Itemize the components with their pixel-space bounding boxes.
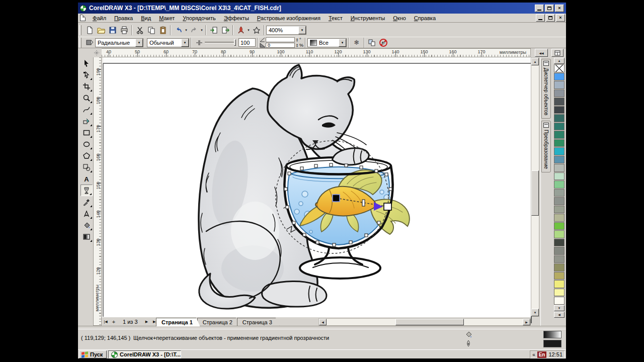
ruler-origin[interactable]	[79, 48, 102, 57]
cut-button[interactable]	[134, 25, 145, 36]
menu-справка[interactable]: Справка	[410, 14, 440, 22]
paste-button[interactable]	[157, 25, 169, 36]
import-button[interactable]	[208, 25, 219, 36]
scroll-right-button[interactable]: ▶	[523, 319, 530, 325]
angle-spinner[interactable]: ▲▼	[296, 38, 298, 42]
color-swatch[interactable]	[554, 222, 565, 230]
first-page-button[interactable]: |◀	[102, 318, 110, 326]
redo-button[interactable]	[188, 25, 200, 36]
transparency-end-handle[interactable]	[384, 203, 391, 210]
menu-вид[interactable]: Вид	[137, 14, 155, 22]
document-restore-button[interactable]	[546, 14, 555, 22]
horizontal-scrollbar[interactable]: ◀ ▶	[318, 318, 531, 326]
color-swatch[interactable]	[554, 280, 565, 288]
menu-растровые-изображения[interactable]: Растровые изображения	[253, 14, 325, 22]
copy-button[interactable]	[145, 25, 157, 36]
undo-button[interactable]	[173, 25, 184, 36]
color-swatch[interactable]	[554, 230, 565, 238]
freeze-transparency-button[interactable]: ❄	[351, 37, 362, 48]
color-swatch[interactable]	[554, 147, 565, 155]
taskbar-task-button[interactable]: CorelDRAW X3 - [D:\T...	[108, 350, 181, 358]
color-swatch[interactable]	[554, 131, 565, 139]
zoom-level-combo[interactable]: 400% ▼	[266, 26, 306, 35]
interactive-transparency-tool-button[interactable]	[80, 185, 93, 196]
text-tool-button[interactable]: A	[80, 173, 93, 185]
redo-dropdown[interactable]: ▼	[200, 29, 204, 32]
print-button[interactable]	[118, 25, 130, 36]
color-swatch[interactable]	[554, 197, 565, 205]
save-button[interactable]	[107, 25, 118, 36]
copy-transparency-button[interactable]	[366, 37, 378, 48]
palette-scroll-up-button[interactable]: ▲	[554, 58, 565, 64]
title-bar[interactable]: CorelDRAW X3 - [D:\TEMP\_MM DISCS\Corel …	[78, 3, 566, 14]
rectangle-tool-button[interactable]	[80, 127, 93, 138]
document-close-button[interactable]: ×	[556, 14, 565, 22]
language-indicator[interactable]: En	[537, 351, 547, 358]
color-swatch[interactable]	[554, 98, 565, 106]
color-swatch[interactable]	[554, 214, 565, 222]
artwork[interactable]	[102, 57, 531, 317]
color-swatch[interactable]	[554, 206, 565, 214]
transparency-midpoint-slider[interactable]	[205, 42, 236, 43]
toolbar-grip[interactable]	[79, 38, 82, 48]
page-tab-страница-1[interactable]: Страница 1	[156, 318, 200, 326]
add-page-button[interactable]: +	[110, 318, 118, 326]
color-swatch[interactable]	[554, 114, 565, 122]
edge-pad-field[interactable]: 0	[266, 43, 295, 48]
menu-файл[interactable]: Файл	[89, 14, 110, 22]
restore-button[interactable]	[545, 5, 554, 12]
color-swatch[interactable]	[554, 189, 565, 197]
slider-thumb[interactable]	[234, 39, 236, 46]
fill-tool-button[interactable]	[80, 219, 93, 231]
vertical-scroll-thumb[interactable]	[531, 170, 539, 216]
transparency-target-combo[interactable]: Все ▼	[307, 38, 347, 47]
color-swatch[interactable]	[554, 255, 565, 263]
ellipse-tool-button[interactable]	[80, 138, 93, 150]
new-button[interactable]	[84, 25, 95, 36]
color-swatch[interactable]	[554, 164, 565, 172]
palette-expand-button[interactable]: ◀	[554, 312, 565, 318]
vertical-ruler[interactable]: 190180170160150140130120 миллиметры	[93, 57, 102, 326]
menu-инструменты[interactable]: Инструменты	[347, 14, 389, 22]
shape-tool-button[interactable]	[80, 69, 93, 80]
application-launcher-button[interactable]	[235, 25, 247, 36]
color-swatch[interactable]	[554, 289, 565, 297]
corel-online-button[interactable]	[251, 25, 262, 36]
pick-tool-button[interactable]	[80, 57, 93, 69]
toolbar-grip[interactable]	[79, 25, 82, 35]
menu-эффекты[interactable]: Эффекты	[220, 14, 253, 22]
horizontal-ruler[interactable]: 405060708090100110120130140150160170 мил…	[102, 48, 531, 57]
no-transparency-button[interactable]	[378, 37, 389, 48]
color-swatch[interactable]	[554, 239, 565, 247]
zoom-tool-button[interactable]	[80, 92, 93, 104]
docker-tab-преобразование[interactable]: Преобразование	[541, 121, 551, 172]
angle-field[interactable]	[266, 37, 295, 42]
color-swatch[interactable]	[554, 81, 565, 89]
color-swatch[interactable]	[554, 123, 565, 131]
palette-scroll-down-button[interactable]: ▼	[554, 305, 565, 311]
color-swatch[interactable]	[554, 73, 565, 81]
collapse-dockers-button[interactable]: ◀◀	[535, 49, 548, 57]
scroll-up-button[interactable]: ▲	[531, 58, 539, 65]
menu-макет[interactable]: Макет	[155, 14, 179, 22]
color-swatch[interactable]	[554, 272, 565, 280]
outline-tool-button[interactable]	[80, 208, 93, 219]
interactive-fill-tool-button[interactable]	[80, 231, 93, 242]
launcher-dropdown[interactable]: ▼	[247, 29, 251, 32]
color-swatch[interactable]	[554, 139, 565, 147]
edit-transparency-button[interactable]	[84, 37, 95, 48]
transparency-start-handle[interactable]	[333, 195, 340, 202]
open-button[interactable]	[95, 25, 107, 36]
undo-dropdown[interactable]: ▼	[184, 29, 188, 32]
midpoint-field[interactable]: 100	[238, 38, 256, 47]
color-swatch[interactable]	[554, 247, 565, 255]
crop-tool-button[interactable]	[80, 80, 93, 92]
docker-tab-диспетчер-объектов[interactable]: Диспетчер объектов	[541, 59, 551, 119]
color-swatch[interactable]	[554, 156, 565, 164]
close-button[interactable]: ×	[555, 5, 564, 12]
tray-chevron-button[interactable]: «	[532, 352, 535, 357]
document-minimize-button[interactable]	[536, 14, 545, 22]
scroll-left-button[interactable]: ◀	[319, 319, 327, 325]
page-tab-страница-2[interactable]: Страница 2	[197, 318, 240, 326]
edge-spinner[interactable]: ▲▼	[296, 43, 298, 47]
